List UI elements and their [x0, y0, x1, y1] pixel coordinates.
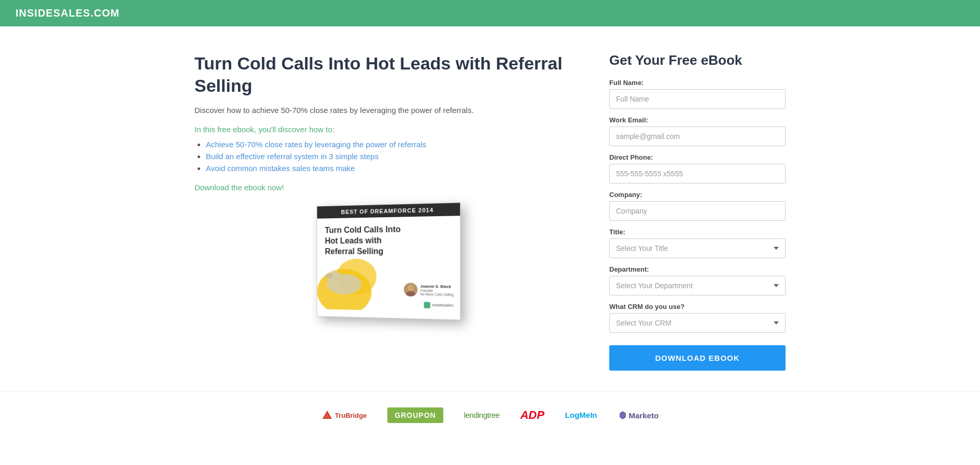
page-headline: Turn Cold Calls Into Hot Leads with Refe… [194, 52, 578, 96]
book-author: Joanne S. Black Founder No More Cold Cal… [404, 283, 453, 297]
download-ebook-button[interactable]: DOWNLOAD EBOOK [609, 345, 786, 371]
trubridge-icon [321, 410, 333, 421]
ebook-form: Full Name: Work Email: Direct Phone: Com… [609, 79, 786, 371]
groupon-label: GROUPON [395, 411, 436, 419]
site-header: INSIDESALES.COM [0, 0, 980, 26]
company-group: Company: [609, 191, 786, 221]
svg-point-4 [326, 273, 333, 278]
book-publisher-logo: insidesales [424, 302, 454, 308]
crm-select[interactable]: Select Your CRM Salesforce HubSpot Micro… [609, 313, 786, 333]
list-item: Avoid common mistakes sales teams make [206, 164, 578, 173]
phone-group: Direct Phone: [609, 153, 786, 184]
marketo-label: Marketo [629, 411, 659, 420]
intro-text: In this free ebook, you'll discover how … [194, 125, 578, 134]
list-item: Achieve 50-70% close rates by leveraging… [206, 140, 578, 149]
site-logo: INSIDESALES.COM [16, 7, 120, 19]
crm-group: What CRM do you use? Select Your CRM Sal… [609, 303, 786, 333]
full-name-group: Full Name: [609, 79, 786, 109]
marketo-icon [618, 411, 627, 420]
department-group: Department: Select Your Department Sales… [609, 265, 786, 295]
right-column-form: Get Your Free eBook Full Name: Work Emai… [609, 52, 786, 371]
bullet-list: Achieve 50-70% close rates by leveraging… [194, 140, 578, 173]
author-photo-icon [404, 283, 417, 297]
author-name: Joanne S. Black [421, 284, 454, 289]
logo-inside: INSIDE [16, 7, 53, 19]
partner-marketo: Marketo [618, 411, 659, 420]
svg-point-5 [408, 285, 414, 291]
logo-sales: SALES [53, 7, 91, 19]
author-company-name: No More Cold Calling [421, 292, 454, 296]
email-input[interactable] [609, 126, 786, 146]
title-group: Title: Select Your Title Mr. Mrs. Ms. Dr… [609, 228, 786, 258]
logo-com: .COM [90, 7, 119, 19]
author-details: Joanne S. Black Founder No More Cold Cal… [421, 284, 454, 296]
form-title: Get Your Free eBook [609, 52, 786, 68]
email-group: Work Email: [609, 116, 786, 146]
partner-trubridge: TruBridge [321, 410, 367, 421]
partner-groupon: GROUPON [387, 407, 443, 423]
cheetah-silhouette [322, 253, 372, 305]
crm-label: What CRM do you use? [609, 303, 786, 311]
lendingtree-label: lendingtree [464, 411, 500, 419]
publisher-name: insidesales [432, 303, 453, 308]
department-select[interactable]: Select Your Department Sales Marketing I… [609, 276, 786, 295]
svg-point-6 [406, 291, 415, 297]
phone-input[interactable] [609, 164, 786, 184]
adp-label: ADP [520, 408, 544, 421]
company-label: Company: [609, 191, 786, 199]
partner-lendingtree: lendingtree [464, 411, 500, 420]
partners-bar: TruBridge GROUPON lendingtree ADP LogMeI… [0, 391, 980, 439]
subtitle-text: Discover how to achieve 50-70% close rat… [194, 106, 578, 115]
main-container: Turn Cold Calls Into Hot Leads with Refe… [179, 26, 801, 391]
trubridge-label: TruBridge [335, 412, 367, 419]
book-body: Turn Cold Calls Into Hot Leads with Refe… [317, 216, 460, 312]
department-label: Department: [609, 265, 786, 273]
download-cta-text: Download the ebook now! [194, 183, 578, 192]
full-name-label: Full Name: [609, 79, 786, 87]
title-label: Title: [609, 228, 786, 236]
book-cover-3d: BEST OF DREAMFORCE 2014 Turn Cold Calls … [317, 202, 461, 320]
full-name-input[interactable] [609, 89, 786, 109]
company-input[interactable] [609, 201, 786, 221]
book-image-area: BEST OF DREAMFORCE 2014 Turn Cold Calls … [194, 204, 578, 318]
partner-adp: ADP [520, 408, 544, 422]
publisher-icon [424, 302, 430, 308]
list-item: Build an effective referral system in 3 … [206, 152, 578, 161]
email-label: Work Email: [609, 116, 786, 124]
logmein-label: LogMeIn [565, 411, 597, 419]
book-inner: BEST OF DREAMFORCE 2014 Turn Cold Calls … [317, 202, 461, 320]
title-select[interactable]: Select Your Title Mr. Mrs. Ms. Dr. Prof. [609, 238, 786, 258]
author-avatar [404, 283, 417, 297]
phone-label: Direct Phone: [609, 153, 786, 161]
left-column: Turn Cold Calls Into Hot Leads with Refe… [194, 52, 578, 318]
partner-logmein: LogMeIn [565, 411, 597, 420]
